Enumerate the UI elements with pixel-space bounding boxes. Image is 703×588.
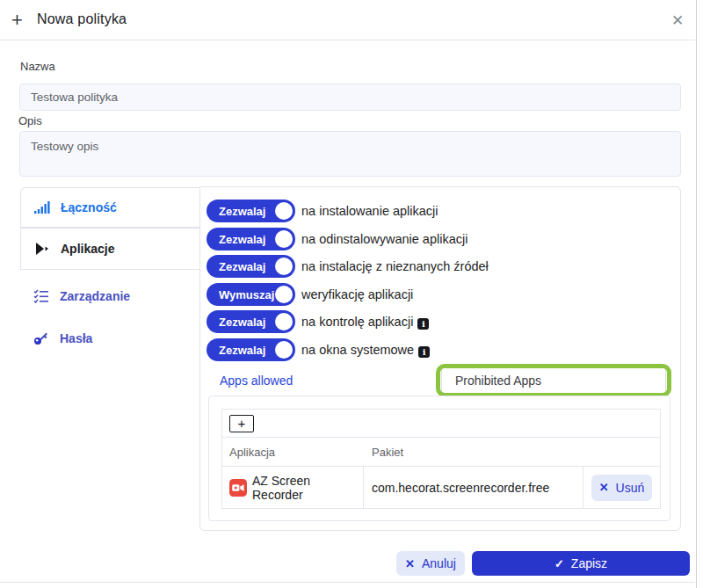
checklist-icon xyxy=(33,289,49,303)
toggle-state-label: Zezwalaj xyxy=(219,205,265,218)
play-icon xyxy=(34,242,50,256)
page-title: Nowa polityka xyxy=(37,11,127,27)
toggle-description: na kontrolę aplikacjii xyxy=(301,315,429,330)
cancel-button[interactable]: ✕ Anuluj xyxy=(396,551,465,576)
prohibited-apps-table: + Aplikacja Pakiet AZ Screen Recorder co… xyxy=(221,409,661,509)
column-header-app: Aplikacja xyxy=(222,446,364,459)
description-input[interactable]: Testowy opis xyxy=(19,131,681,177)
name-input[interactable] xyxy=(19,83,681,111)
toggle-unknown-sources[interactable]: Zezwalaj xyxy=(207,255,295,278)
toggle-row-uninstall: Zezwalaj na odinstalowywanie aplikacji xyxy=(207,228,467,250)
toggle-state-label: Wymuszaj xyxy=(219,288,274,301)
sidebar-item-aplikacje[interactable]: Aplikacje xyxy=(20,228,200,270)
modal-bottom-edge xyxy=(0,582,695,583)
toggle-knob xyxy=(275,286,293,303)
toggle-knob xyxy=(275,258,293,275)
az-screen-recorder-icon xyxy=(229,479,247,497)
toggle-knob xyxy=(275,202,293,220)
toggle-knob xyxy=(275,341,293,359)
toggle-knob xyxy=(275,313,293,330)
toggle-state-label: Zezwalaj xyxy=(219,233,265,246)
toggle-knob xyxy=(275,230,293,248)
new-policy-modal: + Nowa polityka ✕ Nazwa Opis Testowy opi… xyxy=(0,0,703,588)
plus-icon: + xyxy=(11,9,23,32)
modal-right-edge xyxy=(696,0,697,588)
x-icon: ✕ xyxy=(599,481,609,494)
toggle-state-label: Zezwalaj xyxy=(219,260,265,273)
tab-prohibited-apps[interactable]: Prohibited Apps xyxy=(441,367,666,395)
toggle-row-system-windows: Zezwalaj na okna systemowei xyxy=(207,338,430,361)
toggle-description: na okna systemowei xyxy=(301,343,430,358)
toggle-system-windows[interactable]: Zezwalaj xyxy=(207,338,295,361)
toggle-description: na instalację z nieznanych źródeł xyxy=(301,259,489,273)
key-icon xyxy=(33,331,49,345)
description-label: Opis xyxy=(18,114,42,127)
toggle-row-app-control: Zezwalaj na kontrolę aplikacjii xyxy=(207,310,429,333)
sidebar-item-lacznosc[interactable]: Łączność xyxy=(20,187,200,228)
sidebar-item-label: Hasła xyxy=(60,331,92,345)
add-app-button[interactable]: + xyxy=(229,415,254,432)
toggle-row-install: Zezwalaj na instalowanie aplikacji xyxy=(207,200,438,222)
app-name: AZ Screen Recorder xyxy=(252,474,363,502)
header-divider xyxy=(0,40,695,40)
info-icon[interactable]: i xyxy=(418,346,430,358)
toggle-uninstall-apps[interactable]: Zezwalaj xyxy=(207,228,295,250)
sidebar-item-label: Zarządzanie xyxy=(60,289,130,303)
table-row: AZ Screen Recorder com.hecorat.screenrec… xyxy=(222,467,660,508)
table-header-row: Aplikacja Pakiet xyxy=(222,438,660,467)
sidebar-item-zarzadzanie[interactable]: Zarządzanie xyxy=(20,284,200,309)
toggle-row-unknown-sources: Zezwalaj na instalację z nieznanych źród… xyxy=(207,255,489,278)
close-icon[interactable]: ✕ xyxy=(666,10,689,32)
tab-apps-allowed[interactable]: Apps allowed xyxy=(220,374,293,388)
column-header-package: Pakiet xyxy=(364,446,583,459)
toggle-state-label: Zezwalaj xyxy=(219,344,265,357)
toggle-verify-apps[interactable]: Wymuszaj xyxy=(207,283,295,306)
sidebar-item-hasla[interactable]: Hasła xyxy=(20,326,200,351)
toggle-description: weryfikację aplikacji xyxy=(301,287,413,301)
check-icon: ✓ xyxy=(554,557,564,570)
x-icon: ✕ xyxy=(405,557,415,570)
app-package: com.hecorat.screenrecorder.free xyxy=(364,467,583,508)
sidebar-item-label: Łączność xyxy=(61,200,117,214)
info-icon[interactable]: i xyxy=(417,318,429,330)
name-label: Nazwa xyxy=(20,60,55,73)
save-button[interactable]: ✓ Zapisz xyxy=(472,551,690,576)
table-add-row: + xyxy=(222,410,660,438)
toggle-app-control[interactable]: Zezwalaj xyxy=(207,310,295,333)
sidebar-item-label: Aplikacje xyxy=(61,242,114,256)
toggle-description: na instalowanie aplikacji xyxy=(301,204,438,218)
toggle-state-label: Zezwalaj xyxy=(219,316,265,329)
signal-bars-icon xyxy=(34,200,50,214)
toggle-row-verify-apps: Wymuszaj weryfikację aplikacji xyxy=(207,283,413,306)
toggle-install-apps[interactable]: Zezwalaj xyxy=(207,200,295,222)
delete-app-button[interactable]: ✕ Usuń xyxy=(591,475,652,501)
toggle-description: na odinstalowywanie aplikacji xyxy=(301,232,467,246)
